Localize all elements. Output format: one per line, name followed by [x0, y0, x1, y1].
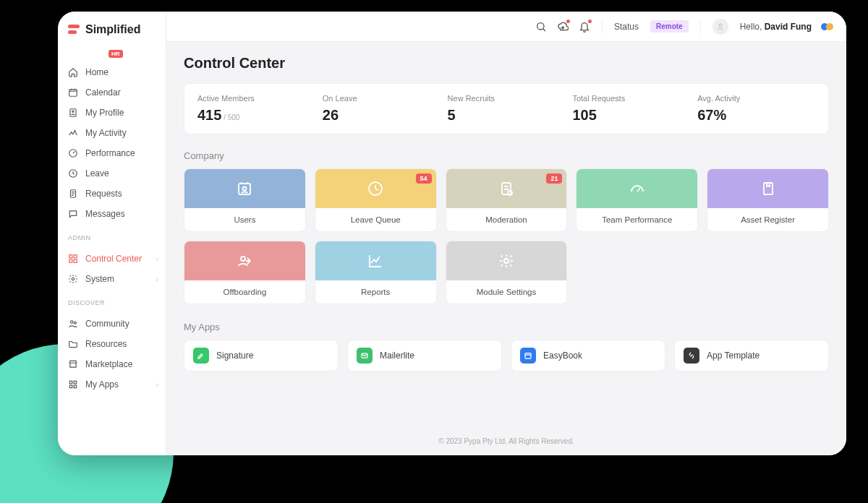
nav-messages[interactable]: Messages	[58, 204, 166, 224]
store-icon	[68, 359, 78, 369]
svg-point-12	[74, 322, 76, 324]
nav-system[interactable]: System ›	[58, 269, 166, 289]
stat-value: 67%	[697, 107, 815, 124]
nav-profile[interactable]: My Profile	[58, 103, 166, 123]
nav-label: Home	[85, 67, 109, 77]
search-icon[interactable]	[535, 21, 547, 33]
tile-module-settings[interactable]: Module Settings	[446, 241, 568, 304]
link-icon	[684, 348, 699, 364]
tile-label: Leave Queue	[315, 208, 436, 231]
stat-value: 26	[323, 107, 441, 124]
user-name-text: David Fung	[765, 22, 812, 32]
chart-icon	[367, 252, 384, 270]
svg-rect-28	[525, 353, 531, 359]
brand-name: Simplified	[85, 23, 140, 36]
calendar-icon	[520, 348, 536, 364]
nav-performance[interactable]: Performance	[58, 143, 166, 163]
notification-dot-icon	[566, 20, 570, 23]
clock-icon	[367, 180, 384, 197]
nav-activity[interactable]: My Activity	[58, 123, 166, 143]
svg-point-18	[719, 24, 722, 27]
tile-users[interactable]: Users	[184, 168, 306, 232]
app-template[interactable]: App Template	[674, 340, 829, 371]
nav-label: Resources	[85, 339, 127, 349]
app-signature[interactable]: Signature	[184, 340, 339, 371]
logo: Simplified HR	[58, 23, 166, 58]
avatar[interactable]	[712, 19, 728, 35]
nav-label: Marketplace	[85, 359, 132, 369]
user-exit-icon	[236, 252, 253, 270]
tile-moderation[interactable]: 21 Moderation	[446, 168, 568, 232]
stat-value: 415 / 500	[197, 107, 315, 124]
tile-label: Module Settings	[446, 280, 567, 304]
document-icon	[68, 189, 78, 199]
chevron-right-icon: ›	[156, 381, 158, 389]
nav-label: Messages	[85, 209, 125, 219]
nav-leave[interactable]: Leave	[58, 163, 166, 184]
nav-home[interactable]: Home	[58, 62, 166, 82]
tile-asset-register[interactable]: Asset Register	[707, 168, 829, 232]
svg-point-11	[71, 321, 74, 324]
tile-badge: 54	[416, 173, 432, 184]
nav-label: Community	[85, 319, 129, 329]
svg-rect-14	[74, 381, 77, 384]
brand-tag: HR	[109, 50, 123, 58]
app-easybook[interactable]: EasyBook	[511, 340, 665, 371]
theme-toggle[interactable]	[823, 23, 833, 30]
app-label: Signature	[216, 351, 253, 361]
nav-marketplace[interactable]: Marketplace	[58, 354, 166, 374]
topbar: Status Remote Hello, David Fung	[166, 12, 846, 42]
tile-offboarding[interactable]: Offboarding	[184, 241, 306, 304]
bell-icon[interactable]	[579, 21, 590, 33]
content: Control Center Active Members 415 / 500 …	[166, 42, 846, 430]
calendar-icon	[68, 87, 78, 98]
tile-reports[interactable]: Reports	[315, 241, 437, 304]
chevron-right-icon: ›	[156, 255, 158, 263]
nav-main: Home Calendar My Profile My Activity Per…	[58, 58, 166, 228]
nav-my-apps[interactable]: My Apps ›	[58, 374, 166, 395]
upload-icon[interactable]	[557, 21, 569, 33]
stat-total-requests: Total Requests 105	[572, 94, 690, 124]
nav-control-center[interactable]: Control Center ›	[58, 249, 166, 269]
user-greeting: Hello, David Fung	[740, 22, 812, 32]
signature-icon	[193, 348, 209, 364]
people-icon	[68, 319, 78, 329]
svg-point-17	[537, 22, 544, 29]
status-badge[interactable]: Remote	[650, 20, 689, 33]
notification-dot-icon	[588, 20, 592, 23]
svg-rect-15	[69, 385, 72, 388]
nav-calendar[interactable]: Calendar	[58, 82, 166, 103]
tile-leave-queue[interactable]: 54 Leave Queue	[315, 168, 437, 232]
tile-label: Reports	[315, 280, 436, 304]
stat-label: Total Requests	[572, 94, 690, 103]
svg-rect-24	[764, 183, 773, 194]
nav-resources[interactable]: Resources	[58, 334, 166, 354]
activity-icon	[68, 128, 78, 138]
gauge-icon	[68, 148, 78, 158]
apps-icon	[68, 379, 78, 390]
page-title: Control Center	[184, 55, 829, 72]
stat-label: Active Members	[197, 94, 315, 103]
mail-icon	[357, 348, 373, 364]
app-mailerlite[interactable]: Mailerlite	[347, 340, 502, 371]
stat-avg-activity: Avg. Activity 67%	[697, 94, 815, 124]
svg-point-20	[243, 187, 247, 191]
svg-rect-22	[502, 183, 511, 194]
main: Status Remote Hello, David Fung Control …	[166, 12, 846, 455]
app-label: App Template	[707, 351, 760, 361]
svg-point-23	[508, 191, 512, 195]
nav-requests[interactable]: Requests	[58, 184, 166, 204]
tile-label: Users	[184, 208, 305, 231]
svg-point-10	[72, 278, 75, 280]
users-icon	[236, 180, 253, 197]
svg-rect-6	[69, 255, 72, 258]
nav-community[interactable]: Community	[58, 314, 166, 334]
folder-icon	[68, 339, 78, 349]
svg-rect-9	[74, 259, 77, 262]
nav-heading-admin: ADMIN	[58, 228, 166, 244]
tile-team-performance[interactable]: Team Performance	[576, 168, 698, 232]
tile-badge: 21	[546, 173, 562, 184]
svg-rect-8	[69, 259, 72, 262]
section-company: Company	[184, 150, 829, 161]
stat-label: On Leave	[323, 94, 441, 103]
